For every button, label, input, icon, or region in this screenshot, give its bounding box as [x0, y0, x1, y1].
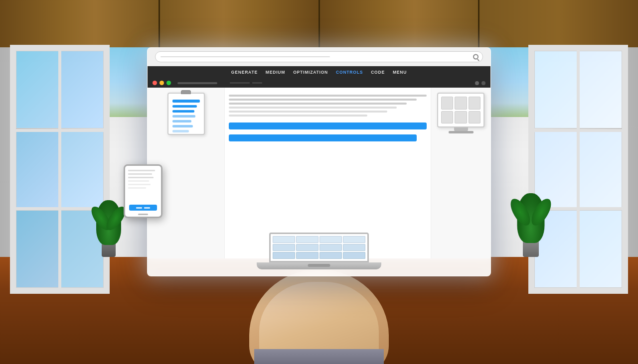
laptop-device [257, 233, 381, 269]
mini-browser-bar [148, 78, 490, 88]
toggle-dot-2 [481, 81, 485, 85]
search-icon [473, 54, 478, 60]
tablet-device [124, 164, 162, 218]
plant-right [516, 187, 546, 257]
close-dot [153, 81, 157, 85]
highlight-bar-2 [229, 134, 417, 141]
nav-code[interactable]: CODE [371, 70, 385, 75]
document-icon [167, 93, 205, 135]
mini-url-bar [177, 82, 217, 84]
expand-dot [166, 81, 171, 85]
nav-controls[interactable]: CONTROLS [336, 70, 363, 75]
mini-nav-bar [230, 82, 250, 84]
ceiling [0, 0, 638, 47]
nav-generate[interactable]: GENERATE [231, 70, 258, 75]
panel-navigation: GENERATE MEDIUM OPTIMIZATION CONTROLS CO… [148, 66, 490, 78]
minimize-dot [160, 81, 164, 85]
nav-optimization[interactable]: OPTIMIZATION [293, 70, 328, 75]
url-input[interactable] [155, 51, 483, 62]
text-content [229, 92, 427, 120]
nav-menu[interactable]: MENU [393, 70, 407, 75]
url-line [160, 56, 330, 57]
mini-nav-bar-2 [252, 82, 262, 84]
monitor-widget [437, 93, 484, 133]
toggle-dot [475, 81, 479, 85]
panel-right [431, 88, 490, 258]
plant-left [95, 192, 122, 257]
browser-url-bar [148, 48, 490, 66]
nav-medium[interactable]: MEDIUM [266, 70, 285, 75]
highlight-bar-1 [229, 122, 427, 129]
